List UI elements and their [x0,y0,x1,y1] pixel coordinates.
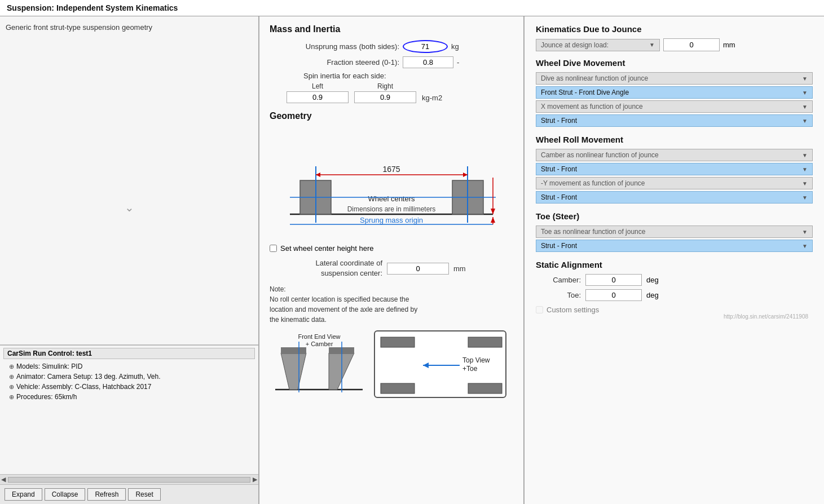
tree-item-animator[interactable]: ⊕ Animator: Camera Setup: 13 deg. Azimut… [3,372,255,382]
spin-inertia-cols: Left Right kg-m2 [287,82,513,103]
static-title: Static Alignment [536,260,813,269]
svg-marker-17 [491,217,495,223]
main-layout: Generic front strut-type suspension geom… [0,16,824,504]
window-title: Suspension: Independent System Kinematic… [7,3,178,12]
wheel-dive-title: Wheel Dive Movement [536,58,813,68]
spin-left-input[interactable] [287,91,349,103]
collapse-button[interactable]: Collapse [45,488,86,501]
toe-dd1-arrow: ▼ [802,229,808,235]
svg-rect-30 [468,383,502,394]
toe-alignment-row: Toe: deg [536,289,813,301]
xmove-dd1-row: X movement as function of jounce ▼ [536,100,813,113]
scroll-down-icon: ⌄ [6,201,253,214]
dive-dd2-arrow: ▼ [802,90,808,96]
wheel-dive-group: Wheel Dive Movement Dive as nonlinear fu… [536,58,813,127]
toe-dd2-row: Strut - Front ▼ [536,240,813,252]
lateral-row: Lateral coordinate of suspension center:… [270,258,513,278]
scrollbar-track[interactable] [8,477,250,483]
set-wheel-label: Set wheel center height here [280,244,374,253]
lateral-unit: mm [453,264,470,273]
svg-text:Wheel centers: Wheel centers [368,194,415,203]
toe-group: Toe (Steer) Toe as nonlinear function of… [536,211,813,252]
ymove-dd2-arrow: ▼ [802,194,808,201]
fraction-steered-input[interactable] [403,56,453,68]
svg-text:Dimensions are in millimeters: Dimensions are in millimeters [347,205,436,213]
front-view-diagram: Front End View + Camber [270,330,368,398]
camber-alignment-row: Camber: deg [536,274,813,286]
tree-title: CarSim Run Control: test1 [3,348,255,359]
title-bar: Suspension: Independent System Kinematic… [0,0,824,16]
jounce-dropdown[interactable]: Jounce at design load: ▼ [536,39,660,51]
static-alignment-group: Static Alignment Camber: deg Toe: deg Cu… [536,260,813,314]
diagram-bottom: Front End View + Camber [270,330,513,398]
custom-settings-row: Custom settings [536,306,813,314]
xmove-dropdown1[interactable]: X movement as function of jounce ▼ [536,100,813,113]
camber-dd1-arrow: ▼ [802,152,808,158]
ymove-dropdown1[interactable]: -Y movement as function of jounce ▼ [536,177,813,189]
xmove-dropdown2[interactable]: Strut - Front ▼ [536,114,813,127]
jounce-row: Jounce at design load: ▼ mm [536,38,813,51]
spin-inertia-section: Spin inertia for each side: Left Right k… [270,72,513,103]
spin-right-input[interactable] [354,91,416,103]
svg-rect-29 [381,383,415,394]
xmove-dd2-arrow: ▼ [802,118,808,124]
spin-right-col: Right [354,82,416,103]
tree-item-vehicle[interactable]: ⊕ Vehicle: Assembly: C-Class, Hatchback … [3,382,255,392]
svg-text:+ Camber: + Camber [306,341,333,347]
svg-rect-28 [468,337,502,347]
set-wheel-checkbox[interactable] [270,245,277,252]
tree-item-models[interactable]: ⊕ Models: Simulink: PID [3,361,255,372]
spin-unit: kg-m2 [422,94,442,102]
camber-alignment-input[interactable] [585,274,642,286]
top-view-diagram: Top View +Toe [374,330,506,398]
ymove-dropdown2[interactable]: Strut - Front ▼ [536,191,813,204]
spin-inertia-label: Spin inertia for each side: [303,72,513,80]
tree-item-procedures[interactable]: ⊕ Procedures: 65km/h [3,392,255,402]
unsprung-mass-label: Unsprung mass (both sides): [270,42,399,51]
set-wheel-row: Set wheel center height here [270,244,513,253]
front-view-svg: Front End View + Camber [270,330,368,398]
jounce-unit: mm [723,41,735,49]
toe-title: Toe (Steer) [536,211,813,221]
dive-dropdown1[interactable]: Dive as nonlinear function of jounce ▼ [536,72,813,85]
ymove-dd1-arrow: ▼ [802,180,808,187]
note-text: Note: No roll center location is specifi… [270,284,513,325]
fraction-steered-unit: - [457,58,474,67]
jounce-dd-arrow: ▼ [649,42,655,48]
dive-dd1-row: Dive as nonlinear function of jounce ▼ [536,72,813,85]
toe-alignment-input[interactable] [585,289,642,301]
camber-dd2-arrow: ▼ [802,166,808,173]
geometry-title: Geometry [270,111,513,121]
lateral-input[interactable] [387,263,449,275]
toe-alignment-unit: deg [646,291,659,299]
camber-dropdown2[interactable]: Strut - Front ▼ [536,163,813,175]
jounce-input[interactable] [663,38,720,51]
camber-dd1-row: Camber as nonlinear function of jounce ▼ [536,149,813,161]
fraction-steered-row: Fraction steered (0-1): - [270,56,513,68]
camber-alignment-unit: deg [646,276,659,284]
horizontal-scrollbar[interactable]: ◀ ▶ [0,474,258,484]
toe-dropdown2[interactable]: Strut - Front ▼ [536,240,813,252]
unsprung-mass-row: Unsprung mass (both sides): kg [270,40,513,53]
dive-dropdown2[interactable]: Front Strut - Front Dive Angle ▼ [536,86,813,99]
svg-marker-13 [491,209,495,214]
reset-button[interactable]: Reset [128,488,160,501]
toe-dd2-arrow: ▼ [802,243,808,249]
svg-text:Front End View: Front End View [298,333,340,340]
refresh-button[interactable]: Refresh [87,488,126,501]
svg-text:Top View: Top View [462,356,490,364]
svg-marker-7 [463,173,468,177]
toe-dropdown1[interactable]: Toe as nonlinear function of jounce ▼ [536,226,813,238]
camber-dropdown1[interactable]: Camber as nonlinear function of jounce ▼ [536,149,813,161]
svg-marker-6 [316,173,320,177]
unsprung-mass-input[interactable] [403,40,448,53]
xmove-dd2-row: Strut - Front ▼ [536,114,813,127]
svg-text:Sprung mass origin: Sprung mass origin [360,216,423,224]
middle-panel: Mass and Inertia Unsprung mass (both sid… [259,16,525,504]
custom-settings-checkbox [536,306,543,313]
geometry-section: Geometry 1675 [270,111,513,398]
expand-button[interactable]: Expand [5,488,42,501]
description: Generic front strut-type suspension geom… [6,23,253,32]
left-top: Generic front strut-type suspension geom… [0,16,258,344]
svg-marker-32 [423,362,429,368]
